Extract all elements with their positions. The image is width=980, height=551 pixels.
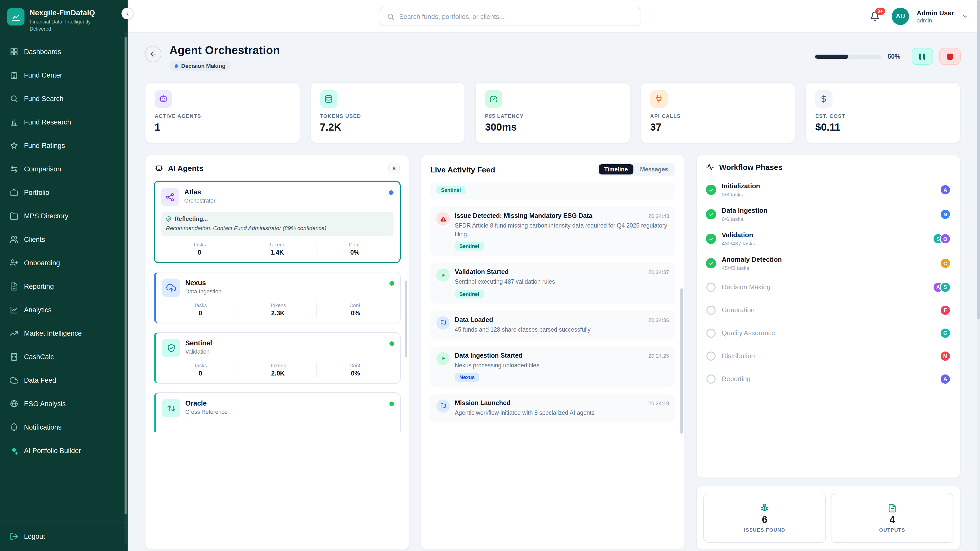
sidebar-item-label: MPS Directory xyxy=(24,212,68,220)
agent-card-nexus[interactable]: Nexus Data Ingestion Tasks0 Tokens2.3K C… xyxy=(154,272,401,324)
agent-card-sentinel[interactable]: Sentinel Validation Tasks0 Tokens2.0K Co… xyxy=(154,332,401,384)
tab-timeline[interactable]: Timeline xyxy=(598,164,633,175)
sidebar: Nexgile-FinDataIQ Financial Data, Intell… xyxy=(0,0,127,551)
workflow-phases-panel: Workflow Phases Initialization0/3 tasks … xyxy=(696,155,961,478)
phase-name: Reporting xyxy=(722,375,751,383)
event-time: 20:24:43 xyxy=(643,213,669,219)
compare-arrows-icon xyxy=(10,165,18,173)
agent-reflection-box: Reflecting... Recommendation: Contact Fu… xyxy=(161,212,393,237)
phase-agent-avatar: A xyxy=(940,373,951,384)
event-description: Sentinel executing 487 validation rules xyxy=(455,278,669,286)
pending-circle-icon xyxy=(706,283,716,292)
user-avatar[interactable]: AU xyxy=(892,8,909,25)
sidebar-item-cashcalc[interactable]: CashCalc xyxy=(4,345,124,368)
sidebar-item-onboarding[interactable]: Onboarding xyxy=(4,251,124,275)
chevron-down-icon[interactable] xyxy=(962,13,969,20)
notifications-button[interactable]: 9+ xyxy=(870,11,880,21)
back-button[interactable] xyxy=(145,46,161,62)
sidebar-nav: Dashboards Fund Center Fund Search Fund … xyxy=(0,38,127,522)
sidebar-item-reporting[interactable]: Reporting xyxy=(4,275,124,298)
results-summary-panel: 6 ISSUES FOUND 4 OUTPUTS xyxy=(696,486,961,550)
stat-value: $0.11 xyxy=(815,121,951,133)
sidebar-item-label: Reporting xyxy=(24,283,54,290)
agent-role: Validation xyxy=(185,349,212,355)
sidebar-item-notifications[interactable]: Notifications xyxy=(4,415,124,439)
check-circle-icon xyxy=(706,233,716,244)
phase-row-initialization: Initialization0/3 tasks A xyxy=(706,178,951,202)
agent-role: Data Ingestion xyxy=(185,289,221,295)
sidebar-item-comparison[interactable]: Comparison xyxy=(4,157,124,181)
stop-button[interactable] xyxy=(939,48,961,65)
line-chart-icon xyxy=(10,305,18,314)
sidebar-item-data-feed[interactable]: Data Feed xyxy=(4,368,124,392)
phase-badge: Decision Making xyxy=(169,61,231,71)
sidebar-scrollbar[interactable] xyxy=(124,32,127,545)
stat-label: API CALLS xyxy=(650,113,786,119)
sidebar-item-label: Analytics xyxy=(24,306,52,313)
phase-name: Anomaly Detection xyxy=(722,256,782,263)
agents-scrollbar-thumb[interactable] xyxy=(405,281,407,357)
sidebar-item-fund-center[interactable]: Fund Center xyxy=(4,63,124,87)
page-scrollbar-thumb[interactable] xyxy=(977,0,980,320)
outputs-box: 4 OUTPUTS xyxy=(831,493,953,543)
stat-label: EST. COST xyxy=(815,113,951,119)
phase-agent-avatar: C xyxy=(940,258,951,269)
tab-messages[interactable]: Messages xyxy=(635,164,674,175)
event-description: Nexus processing uploaded files xyxy=(455,361,669,369)
stat-card-est-cost: EST. COST $0.11 xyxy=(806,82,961,143)
logout-button[interactable]: Logout xyxy=(4,524,124,548)
pending-circle-icon xyxy=(706,328,716,338)
phase-dot xyxy=(175,64,178,68)
tokens-value: 1.4K xyxy=(239,249,316,256)
issues-found-box: 6 ISSUES FOUND xyxy=(703,493,826,543)
page-scrollbar[interactable] xyxy=(977,0,980,551)
sidebar-item-dashboards[interactable]: Dashboards xyxy=(4,40,124,63)
agent-name: Atlas xyxy=(184,188,215,196)
sidebar-item-fund-research[interactable]: Fund Research xyxy=(4,110,124,134)
global-search[interactable] xyxy=(380,6,641,26)
agent-role: Cross Reference xyxy=(185,409,228,415)
agent-card-atlas[interactable]: Atlas Orchestrator Reflecting... Recomme… xyxy=(154,181,401,264)
stats-row: ACTIVE AGENTS 1 TOKENS USED 7.2K P95 LAT… xyxy=(145,82,961,143)
sidebar-item-esg-analysis[interactable]: ESG Analysis xyxy=(4,392,124,415)
stat-label: P95 LATENCY xyxy=(485,113,620,119)
file-text-icon xyxy=(10,282,18,291)
sidebar-collapse-button[interactable] xyxy=(121,8,133,19)
event-title: Data Ingestion Started xyxy=(455,352,522,359)
sidebar-item-market-intelligence[interactable]: Market Intelligence xyxy=(4,321,124,345)
bot-icon xyxy=(155,90,172,108)
phase-tasks: 45/45 tasks xyxy=(722,265,782,271)
search-input[interactable] xyxy=(399,13,634,20)
stop-icon xyxy=(947,53,953,59)
sidebar-item-ai-portfolio-builder[interactable]: AI Portfolio Builder xyxy=(4,439,124,462)
phase-agent-avatar: G xyxy=(940,327,951,338)
sidebar-item-analytics[interactable]: Analytics xyxy=(4,298,124,321)
sidebar-item-fund-ratings[interactable]: Fund Ratings xyxy=(4,134,124,157)
sidebar-scrollbar-thumb[interactable] xyxy=(124,37,127,514)
pause-button[interactable] xyxy=(912,48,933,65)
pending-circle-icon xyxy=(706,305,716,314)
cloud-upload-icon xyxy=(162,279,180,297)
agent-card-oracle[interactable]: Oracle Cross Reference xyxy=(154,392,401,432)
sidebar-item-clients[interactable]: Clients xyxy=(4,227,124,251)
tasks-value: 0 xyxy=(161,249,238,256)
event-title: Issue Detected: Missing Mandatory ESG Da… xyxy=(455,212,592,219)
agents-count-badge: 8 xyxy=(388,163,400,173)
flag-icon xyxy=(436,316,450,330)
tasks-label: Tasks xyxy=(162,363,239,368)
issues-found-value: 6 xyxy=(762,514,767,525)
tasks-label: Tasks xyxy=(162,303,239,308)
workflow-progress-bar xyxy=(815,54,881,59)
bar-chart-icon xyxy=(10,118,18,126)
phase-agent-avatar: F xyxy=(940,304,951,316)
user-meta[interactable]: Admin User admin xyxy=(917,9,954,24)
issues-found-label: ISSUES FOUND xyxy=(744,527,785,532)
feed-scrollbar-thumb[interactable] xyxy=(680,288,683,433)
sidebar-item-label: Market Intelligence xyxy=(24,329,82,337)
sidebar-item-portfolio[interactable]: Portfolio xyxy=(4,181,124,204)
agent-status-dot xyxy=(390,341,394,346)
sidebar-item-fund-search[interactable]: Fund Search xyxy=(4,87,124,110)
sidebar-item-mps-directory[interactable]: MPS Directory xyxy=(4,204,124,227)
phase-agent-avatar: N xyxy=(940,209,951,220)
phase-name: Data Ingestion xyxy=(722,206,767,214)
